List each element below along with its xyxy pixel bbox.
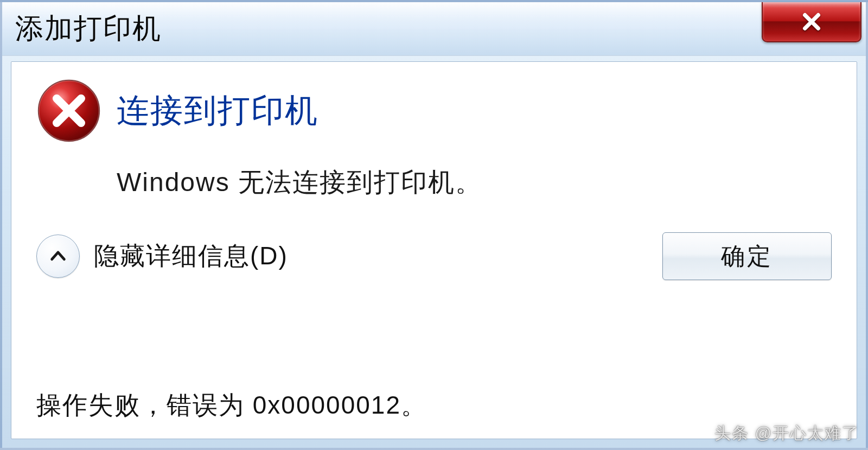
action-row: 隐藏详细信息(D) 确定: [36, 232, 832, 280]
content-message: Windows 无法连接到打印机。: [117, 165, 832, 200]
close-button[interactable]: [762, 2, 861, 42]
chevron-up-icon: [49, 247, 67, 265]
window-title: 添加打印机: [15, 10, 162, 48]
titlebar[interactable]: 添加打印机: [2, 2, 866, 56]
dialog-body: 连接到打印机 Windows 无法连接到打印机。 隐藏详细信息(D) 确定 操作…: [11, 61, 857, 439]
header-row: 连接到打印机: [36, 78, 832, 143]
ok-button-label: 确定: [721, 240, 773, 272]
details-toggle[interactable]: 隐藏详细信息(D): [36, 234, 288, 278]
dialog-window: 添加打印机 连接到打印机: [0, 0, 868, 450]
ok-button[interactable]: 确定: [662, 232, 832, 280]
chevron-button[interactable]: [36, 234, 80, 278]
close-icon: [800, 10, 823, 33]
details-toggle-label: 隐藏详细信息(D): [94, 239, 288, 273]
detail-text: 操作失败，错误为 0x00000012。: [36, 389, 832, 428]
main-instruction: 连接到打印机: [117, 89, 318, 133]
error-icon: [36, 78, 101, 143]
